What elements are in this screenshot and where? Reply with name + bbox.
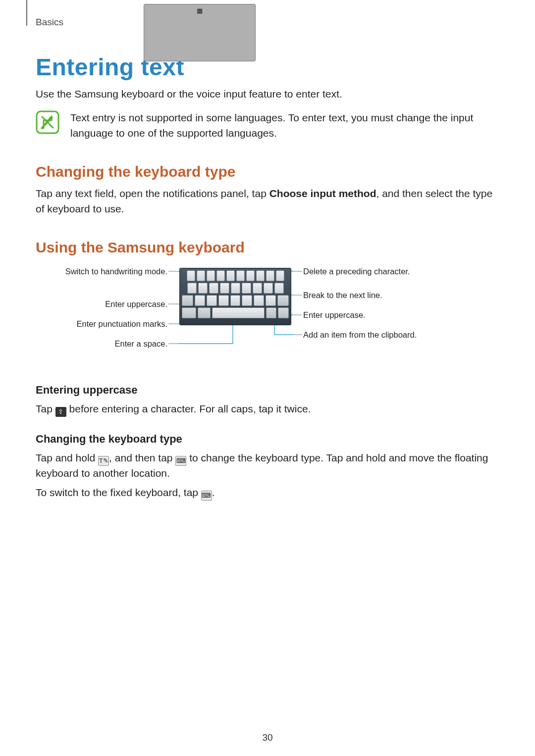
note-text: Text entry is not supported in some lang…	[70, 110, 499, 141]
subhead-changing-type: Changing the keyboard type	[36, 433, 499, 446]
space-key-icon	[212, 307, 265, 318]
breadcrumb: Basics	[36, 17, 63, 28]
note-icon	[36, 110, 59, 134]
clipboard-key-icon	[278, 307, 289, 318]
t-pen-icon: T✎	[98, 456, 109, 466]
page-number: 30	[0, 732, 535, 743]
keyboard-image	[179, 268, 291, 325]
changing-type-p1: Tap and hold T✎, and then tap ⌨ to chang…	[36, 451, 499, 481]
header-divider	[26, 0, 27, 26]
ch-p2a: To switch to the fixed keyboard, tap	[36, 487, 201, 498]
changing-type-p2: To switch to the fixed keyboard, tap ⌨.	[36, 485, 499, 501]
shift-key-icon	[182, 295, 193, 306]
ch-p1a: Tap and hold	[36, 452, 98, 463]
section-using-keyboard: Using the Samsung keyboard	[36, 239, 499, 256]
changing-before: Tap any text field, open the notificatio…	[36, 188, 269, 199]
punct-key-icon	[266, 307, 277, 318]
upper-after: before entering a character. For all cap…	[66, 403, 311, 414]
changing-type-text: Tap any text field, open the notificatio…	[36, 186, 499, 216]
floating-keyboard-icon: ⌨	[175, 456, 186, 466]
ch-p1c: to change the keyboard type. Tap and hol…	[186, 452, 388, 463]
section-changing-type: Changing the keyboard type	[36, 163, 499, 180]
intro-text: Use the Samsung keyboard or the voice in…	[36, 87, 499, 101]
backspace-key-icon	[277, 295, 289, 306]
subhead-entering-uppercase: Entering uppercase	[36, 384, 499, 397]
shift-icon: ⇧	[55, 407, 66, 417]
choose-input-bold: Choose input method	[269, 188, 376, 199]
keyboard-diagram: Switch to handwriting mode. Enter upperc…	[36, 264, 499, 368]
handwriting-key-icon	[198, 307, 211, 318]
note-block: Text entry is not supported in some lang…	[36, 110, 499, 141]
ch-p2b: .	[212, 487, 215, 498]
keyboard-drag-icon: ▦	[144, 4, 256, 61]
ch-p1b: , and then tap	[109, 452, 175, 463]
page-title: Entering text	[36, 53, 499, 81]
upper-before: Tap	[36, 403, 55, 414]
fixed-keyboard-icon: ⌨	[201, 491, 212, 501]
sym-key-icon	[182, 307, 196, 318]
uppercase-text: Tap ⇧ before entering a character. For a…	[36, 402, 499, 417]
